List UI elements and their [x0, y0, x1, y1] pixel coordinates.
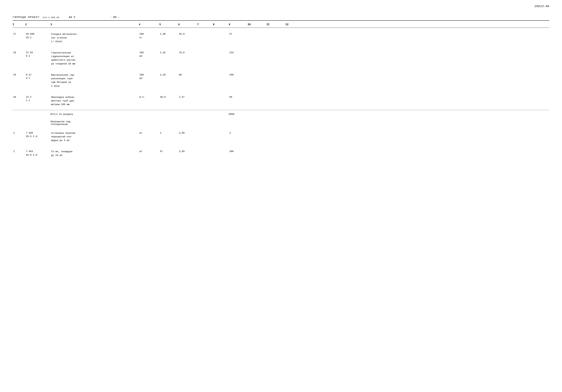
- cell-row-i9-col9: I98: [229, 73, 248, 77]
- col-header-11: II: [267, 23, 285, 26]
- itogo-col1: [13, 113, 25, 116]
- section-col2: [25, 120, 50, 126]
- cell-row-i9-col6: 90: [178, 73, 197, 77]
- cell-row-i7-col6: 35,9: [178, 32, 197, 36]
- table-row: I8 II-55 8-I Горизонтальная гидроизоляци…: [13, 49, 549, 67]
- itogo-col12: [285, 113, 304, 116]
- itogo-col9: 8968: [229, 113, 248, 116]
- section-col12: [285, 120, 304, 126]
- cell-row-2-col9: 300: [229, 149, 248, 154]
- itogo-col10: [248, 113, 267, 116]
- cell-row-i7-col4: I00 кг: [139, 32, 159, 40]
- col-header-3: 3: [50, 23, 139, 26]
- section-col8: [213, 120, 229, 126]
- cell-row-20-col1: 20: [13, 95, 25, 100]
- cell-row-20-col9: 50: [229, 95, 248, 100]
- section-label: Перекрытие над техподпольем: [50, 120, 139, 126]
- header-aa: АА V: [69, 16, 75, 19]
- cell-row-2-col10: [248, 149, 267, 150]
- section-col1: [13, 120, 25, 126]
- cell-row-i8-col5: I,92: [159, 51, 178, 55]
- column-headers: I 2 3 4 5 6 7 8 9 IO II I2: [13, 22, 549, 27]
- header-subtitle: 214-1-309.85: [43, 16, 59, 19]
- table-row: I 7-460 39-5-I.8 Установка панелей перек…: [13, 130, 549, 144]
- cell-row-i8-col12: [285, 51, 304, 51]
- page-label: - 89 -: [110, 16, 119, 19]
- cell-row-2-col4: шт: [139, 149, 159, 154]
- section-col6: [178, 120, 197, 126]
- cell-row-i9-col2: 8-27 4-7: [25, 73, 50, 81]
- col-header-4: 4: [139, 23, 159, 26]
- cell-row-i8-col10: [248, 51, 267, 51]
- cell-row-i7-col5: I,60: [159, 32, 178, 36]
- cell-row-i9-col4: I00 м2: [139, 73, 159, 81]
- col-header-2: 2: [25, 23, 50, 26]
- cell-row-2-col7: [197, 149, 213, 150]
- cell-row-2-col3: То же, площадью до I0 м2: [50, 149, 139, 157]
- cell-row-i7-col11: [267, 32, 285, 33]
- cell-row-20-col6: I,67: [178, 95, 197, 100]
- cell-row-i7-col1: I7: [13, 32, 25, 36]
- cell-row-i9-col11: [267, 73, 285, 74]
- data-table: I7 20-696 I8-I Укладка металличес- ких у…: [13, 31, 549, 159]
- col-header-5: 5: [159, 23, 178, 26]
- cell-row-1-col2: 7-460 39-5-I.8: [25, 131, 50, 139]
- section-col7: [197, 120, 213, 126]
- cell-row-1-col12: [285, 131, 304, 132]
- section-col5: [159, 120, 178, 126]
- cell-row-i7-col8: [213, 32, 229, 33]
- table-row: I9 8-27 4-7 Вертикальная гид- роизоляция…: [13, 72, 549, 90]
- cell-row-i9-col8: [213, 73, 229, 74]
- cell-row-i8-col6: 70,0: [178, 51, 197, 55]
- cell-row-i7-col3: Укладка металличес- ких уголков (/ 63х6): [50, 32, 139, 44]
- cell-row-i8-col4: I00 м2: [139, 51, 159, 58]
- cell-row-1-col9: 4: [229, 131, 248, 135]
- itogo-col11: [267, 113, 285, 116]
- cell-row-20-col10: [248, 95, 267, 96]
- cell-row-i9-col7: [197, 73, 213, 74]
- cell-row-1-col7: [197, 131, 213, 132]
- cell-row-i9-col10: [248, 73, 267, 74]
- itogo-row: Итого по разделу 8968: [13, 112, 549, 117]
- itogo-col6: [178, 113, 197, 116]
- cell-row-1-col6: 2,09: [178, 131, 197, 135]
- itogo-col5: [159, 113, 178, 116]
- cell-row-i9-col5: 2,20: [159, 73, 178, 77]
- cell-row-1-col5: 2: [159, 131, 178, 135]
- header-row: ГИПРОДИ ПРОЕКТ 214-1-309.85 АА V - 89 -: [13, 16, 549, 19]
- header-section: ГИПРОДИ ПРОЕКТ 214-1-309.85 АА V - 89 - …: [13, 16, 549, 28]
- cell-row-i7-col2: 20-696 I8-I: [25, 32, 50, 40]
- cell-row-i7-col7: [197, 32, 213, 33]
- itogo-label: Итого по разделу: [50, 113, 139, 116]
- section-col4: [139, 120, 159, 126]
- col-header-1: I: [13, 23, 25, 26]
- cell-row-1-col11: [267, 131, 285, 132]
- itogo-col2: [25, 113, 50, 116]
- section-col10: [248, 120, 267, 126]
- cell-row-i7-col10: [248, 32, 267, 33]
- document-number: 20523-06: [535, 5, 549, 8]
- cell-row-2-col2: 7-463 39-6-I.8: [25, 149, 50, 157]
- cell-row-i9-col12: [285, 73, 304, 74]
- table-row: 2 7-463 39-6-I.8 То же, площадью до I0 м…: [13, 148, 549, 159]
- cell-row-i8-col11: [267, 51, 285, 51]
- col-header-7: 7: [197, 23, 213, 26]
- cell-row-i8-col8: [213, 51, 229, 51]
- cell-row-i8-col1: I8: [13, 51, 25, 55]
- col-header-6: 6: [178, 23, 197, 26]
- section-col11: [267, 120, 285, 126]
- cell-row-20-col4: м.п.: [139, 95, 159, 100]
- itogo-col7: [197, 113, 213, 116]
- section-col9: [229, 120, 248, 126]
- cell-row-1-col10: [248, 131, 267, 132]
- cell-row-1-col1: I: [13, 131, 25, 135]
- section-label-row: Перекрытие над техподпольем: [13, 119, 549, 127]
- cell-row-1-col4: шт: [139, 131, 159, 135]
- itogo-col4: [139, 113, 159, 116]
- col-header-12: I2: [285, 23, 304, 26]
- cell-row-20-col12: [285, 95, 304, 96]
- table-row: 20 22-I I-I Прокладка асбоце- ментных тр…: [13, 94, 549, 108]
- cell-row-i8-col9: I34: [229, 51, 248, 55]
- cell-row-20-col11: [267, 95, 285, 96]
- cell-row-20-col8: [213, 95, 229, 96]
